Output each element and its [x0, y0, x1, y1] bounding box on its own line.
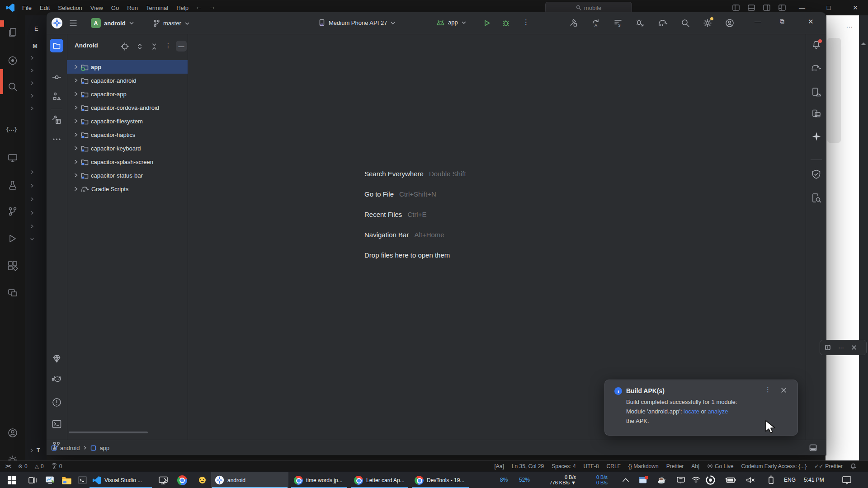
- taskbar-vscode-button[interactable]: Visual Studio ...: [89, 472, 153, 488]
- panel-more-icon[interactable]: …: [838, 343, 844, 350]
- gradle-tool-icon[interactable]: [811, 64, 821, 72]
- chevron-right-icon[interactable]: [73, 132, 79, 137]
- status-indentation[interactable]: Spaces: 4: [552, 463, 576, 469]
- chevron-right-icon[interactable]: [73, 91, 79, 97]
- ports-indicator[interactable]: 0: [51, 463, 62, 469]
- record-circle-icon[interactable]: [7, 55, 18, 66]
- branch-widget[interactable]: master: [153, 19, 190, 27]
- locate-link[interactable]: locate: [684, 408, 699, 415]
- studio-restore-button[interactable]: ⧉: [780, 18, 784, 25]
- testing-beaker-icon[interactable]: [7, 180, 18, 191]
- tree-row[interactable]: capacitor-app: [67, 87, 188, 101]
- battery-charging-icon[interactable]: [725, 477, 736, 483]
- explorer-icon[interactable]: [7, 27, 18, 38]
- taskbar-monitor-button[interactable]: [155, 472, 172, 488]
- logcat-tool-icon[interactable]: [52, 375, 62, 385]
- status-language-mode[interactable]: {} Markdown: [628, 463, 659, 469]
- status-encoding[interactable]: UTF-8: [584, 463, 599, 469]
- chevron-right-icon[interactable]: [30, 211, 34, 215]
- tree-row[interactable]: capacitor-cordova-android: [67, 101, 188, 114]
- taskbar-chat-button[interactable]: [193, 472, 211, 488]
- run-configuration[interactable]: app: [436, 19, 467, 26]
- run-button[interactable]: [483, 19, 491, 27]
- status-go-live[interactable]: Go Live: [707, 463, 733, 469]
- analyze-link[interactable]: analyze: [708, 408, 728, 415]
- tray-expand-icon[interactable]: [622, 478, 629, 482]
- tray-language[interactable]: ENG: [784, 477, 796, 483]
- tree-row-gradle-scripts[interactable]: Gradle Scripts: [67, 182, 188, 196]
- task-view-button[interactable]: [24, 472, 41, 488]
- panel-options-icon[interactable]: ⋮: [165, 42, 171, 49]
- snippets-icon[interactable]: {…}: [6, 126, 17, 132]
- studio-close-button[interactable]: ✕: [808, 18, 814, 26]
- run-debug-icon[interactable]: [7, 233, 18, 244]
- breadcrumb-module[interactable]: app: [99, 445, 109, 451]
- timeline-chevron-icon[interactable]: [29, 448, 34, 453]
- project-tool-button[interactable]: [50, 39, 63, 52]
- status-eol[interactable]: CRLF: [607, 463, 621, 469]
- traffic-monitor-icon[interactable]: [638, 475, 649, 485]
- usb-device-icon[interactable]: [768, 475, 774, 485]
- device-selector[interactable]: Medium Phone API 27: [318, 19, 396, 27]
- taskbar-chrome1-button[interactable]: time words jp...: [290, 472, 348, 488]
- notifications-bell-icon[interactable]: [850, 463, 856, 469]
- live-share-icon[interactable]: [7, 287, 18, 298]
- remote-indicator[interactable]: ><: [5, 463, 11, 469]
- editor-scrollbar-thumb[interactable]: [827, 38, 841, 143]
- profile-avatar-icon[interactable]: [725, 19, 734, 28]
- tree-row[interactable]: capacitor-status-bar: [67, 169, 188, 182]
- project-widget[interactable]: A android: [91, 18, 134, 28]
- status-cursor-position[interactable]: Ln 35, Col 29: [512, 463, 544, 469]
- device-manager-icon[interactable]: [811, 109, 821, 119]
- hide-panel-button[interactable]: —: [176, 41, 187, 52]
- chevron-right-icon[interactable]: [30, 197, 34, 202]
- vscode-close-button[interactable]: ✕: [848, 0, 863, 15]
- build-hammer-icon[interactable]: [569, 19, 578, 28]
- tree-row[interactable]: capacitor-keyboard: [67, 141, 188, 155]
- layout-panel-icon[interactable]: [809, 444, 817, 451]
- toggle-secondary-sidebar-icon[interactable]: [763, 5, 770, 11]
- wifi-icon[interactable]: [692, 476, 700, 483]
- main-menu-hamburger-icon[interactable]: [69, 19, 77, 27]
- tray-network-speed[interactable]: 0 B/s 776 KB/s ▼: [537, 474, 576, 485]
- extensions-icon[interactable]: [7, 260, 18, 271]
- gemini-sparkle-icon[interactable]: [811, 131, 821, 141]
- chevron-right-icon[interactable]: [30, 224, 34, 229]
- notification-more-icon[interactable]: ⋮: [764, 385, 771, 394]
- chevron-right-icon[interactable]: [73, 173, 79, 178]
- errors-indicator[interactable]: ⊗0: [18, 463, 28, 469]
- chevron-right-icon[interactable]: [30, 94, 34, 98]
- tray-swirl-icon[interactable]: [706, 475, 715, 485]
- gemini-tool-icon[interactable]: [52, 354, 62, 363]
- chevron-right-icon[interactable]: [30, 183, 34, 188]
- search-everywhere-icon[interactable]: [681, 19, 690, 28]
- chevron-right-icon[interactable]: [73, 78, 79, 83]
- editor-actions-overflow[interactable]: ...: [846, 22, 853, 29]
- tree-row[interactable]: capacitor-android: [67, 74, 188, 87]
- dock-pin-icon[interactable]: [825, 344, 831, 351]
- tray-cup-icon[interactable]: ☕: [657, 476, 666, 484]
- tray-clock[interactable]: 5:41 PM: [804, 477, 824, 483]
- panel-close-icon[interactable]: [851, 345, 857, 350]
- expand-all-icon[interactable]: [136, 43, 143, 50]
- chevron-right-icon[interactable]: [30, 106, 34, 111]
- device-explorer-icon[interactable]: [811, 193, 821, 203]
- chevron-right-icon[interactable]: [30, 56, 34, 60]
- running-devices-icon[interactable]: [811, 87, 821, 97]
- tray-cpu-usage[interactable]: 8%: [500, 477, 508, 483]
- more-tool-windows-icon[interactable]: [52, 138, 61, 141]
- attach-debugger-icon[interactable]: [636, 19, 645, 28]
- debug-button[interactable]: [502, 19, 510, 27]
- chevron-right-icon[interactable]: [73, 118, 79, 124]
- chevron-right-icon[interactable]: [73, 145, 79, 151]
- nav-back-icon[interactable]: ←: [195, 3, 202, 10]
- scroll-up-arrow-icon[interactable]: [861, 42, 866, 45]
- taskbar-android-studio-button[interactable]: android: [211, 472, 288, 488]
- tray-memory-usage[interactable]: 52%: [519, 477, 530, 483]
- problems-tool-icon[interactable]: [52, 398, 61, 407]
- chevron-right-icon[interactable]: [73, 186, 79, 192]
- chevron-right-icon[interactable]: [30, 170, 34, 174]
- tree-row-app[interactable]: app: [67, 60, 188, 74]
- chevron-right-icon[interactable]: [73, 159, 79, 164]
- start-button[interactable]: [4, 472, 20, 488]
